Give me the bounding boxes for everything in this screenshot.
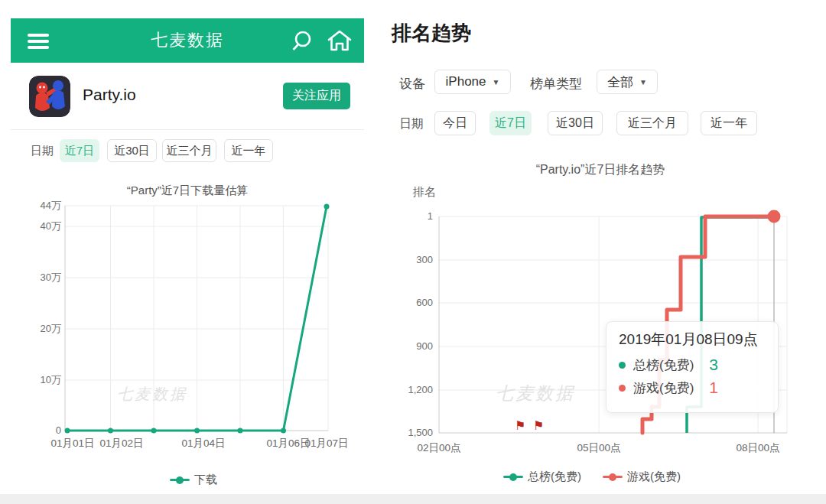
data-point — [151, 428, 157, 434]
x-tick: 05日00点 — [577, 442, 620, 454]
y-tick: 600 — [416, 297, 433, 308]
data-point — [108, 428, 113, 434]
y-tick: 300 — [416, 254, 433, 265]
data-point — [65, 428, 70, 434]
tab-last30days[interactable]: 近30日 — [548, 111, 603, 135]
chevron-down-icon: ▼ — [493, 78, 500, 86]
event-flag-icon[interactable]: ⚑ — [515, 419, 525, 432]
y-axis-name: 排名 — [413, 185, 436, 200]
date-filter-label: 日期 — [31, 144, 54, 158]
series-dot-icon — [619, 362, 626, 369]
tooltip-series-value: 3 — [709, 356, 718, 374]
tooltip-row: 总榜(免费) 3 — [619, 356, 767, 374]
legend-label: 游戏(免费) — [627, 470, 681, 484]
x-tick: 02日00点 — [417, 442, 460, 454]
tooltip-row: 游戏(免费) 1 — [619, 379, 767, 397]
category-filter-label: 榜单类型 — [530, 75, 582, 93]
legend-label: 总榜(免费) — [528, 470, 581, 484]
app-icon[interactable] — [29, 76, 70, 117]
bottom-band — [0, 494, 826, 504]
date-filter-label: 日期 — [399, 116, 424, 132]
app-header-row: Party.io 关注应用 — [11, 63, 364, 129]
page-title: 排名趋势 — [392, 20, 471, 47]
search-icon[interactable] — [294, 32, 311, 50]
x-tick: 08日00点 — [736, 442, 779, 454]
tab-lastyear[interactable]: 近一年 — [701, 111, 757, 135]
y-tick: 1 — [428, 210, 433, 222]
y-tick: 1,200 — [408, 384, 433, 395]
screenshot-root: 七麦数据 — [0, 0, 826, 504]
tab-last7days[interactable]: 近7日 — [60, 139, 99, 162]
tab-last7days[interactable]: 近7日 — [489, 111, 532, 135]
tooltip-title: 2019年01月08日09点 — [619, 330, 767, 350]
y-tick: 10万 — [41, 374, 61, 385]
divider — [11, 129, 364, 130]
x-tick: 01月06日 — [266, 437, 310, 449]
data-point — [238, 428, 243, 434]
tooltip-series-label: 游戏(免费) — [633, 379, 694, 397]
legend-download[interactable]: 下载 — [170, 473, 217, 487]
latest-point-dot — [768, 210, 781, 223]
y-tick: 30万 — [41, 272, 61, 283]
watermark: 七麦数据 — [496, 383, 575, 403]
ranking-chart-title: “Party.io”近7日排名趋势 — [375, 162, 826, 178]
qimai-mobile-panel: 七麦数据 — [11, 11, 364, 494]
x-tick: 01月01日 — [50, 437, 94, 449]
ranking-trend-panel: 排名趋势 设备 iPhone ▼ 榜单类型 全部 ▼ 日期 今日 近7日 近30… — [375, 0, 826, 494]
legend-label: 下载 — [194, 473, 217, 487]
home-icon[interactable] — [329, 31, 350, 50]
tab-lastyear[interactable]: 近一年 — [224, 139, 273, 162]
mobile-appbar: 七麦数据 — [11, 18, 364, 63]
legend-total-rank[interactable]: 总榜(免费) — [503, 470, 581, 484]
y-tick: 1,500 — [408, 427, 433, 438]
device-select-value: iPhone — [446, 74, 486, 89]
y-tick: 900 — [416, 340, 433, 352]
device-filter-label: 设备 — [399, 75, 425, 93]
watermark: 七麦数据 — [117, 385, 187, 402]
y-tick: 20万 — [41, 323, 61, 334]
device-select[interactable]: iPhone ▼ — [434, 70, 511, 94]
x-tick: 01月04日 — [181, 437, 225, 449]
legend-marker — [603, 473, 623, 481]
y-tick: 0 — [56, 424, 61, 436]
series-dot-icon — [619, 385, 626, 392]
chart-tooltip: 2019年01月08日09点 总榜(免费) 3 游戏(免费) 1 — [606, 321, 779, 413]
legend-marker — [170, 476, 190, 484]
tab-last3months[interactable]: 近三个月 — [162, 139, 216, 162]
download-series-line — [67, 206, 327, 431]
category-select-value: 全部 — [607, 73, 633, 91]
appbar-icons — [289, 28, 353, 55]
y-tick: 40万 — [41, 220, 61, 232]
category-select[interactable]: 全部 ▼ — [597, 70, 658, 94]
follow-app-button[interactable]: 关注应用 — [283, 83, 350, 109]
app-name: Party.io — [83, 86, 136, 104]
chevron-down-icon: ▼ — [639, 78, 647, 86]
tab-today[interactable]: 今日 — [434, 111, 476, 135]
event-flag-icon[interactable]: ⚑ — [533, 419, 544, 432]
left-date-filter: 日期 近7日 近30日 近三个月 近一年 — [11, 139, 364, 162]
download-chart-title: “Party”近7日下载量估算 — [11, 184, 364, 198]
tooltip-series-label: 总榜(免费) — [633, 356, 694, 374]
data-point — [194, 428, 200, 434]
tab-last3months[interactable]: 近三个月 — [616, 111, 688, 135]
x-tick: 01月02日 — [99, 437, 143, 449]
legend-marker — [503, 473, 523, 481]
data-point — [324, 204, 330, 210]
x-tick: 01月07日 — [304, 437, 348, 449]
y-tick: 44万 — [41, 200, 61, 211]
data-point — [281, 428, 286, 434]
tooltip-series-value: 1 — [709, 379, 718, 397]
tab-last30days[interactable]: 近30日 — [107, 139, 157, 162]
legend-game-rank[interactable]: 游戏(免费) — [603, 470, 681, 484]
